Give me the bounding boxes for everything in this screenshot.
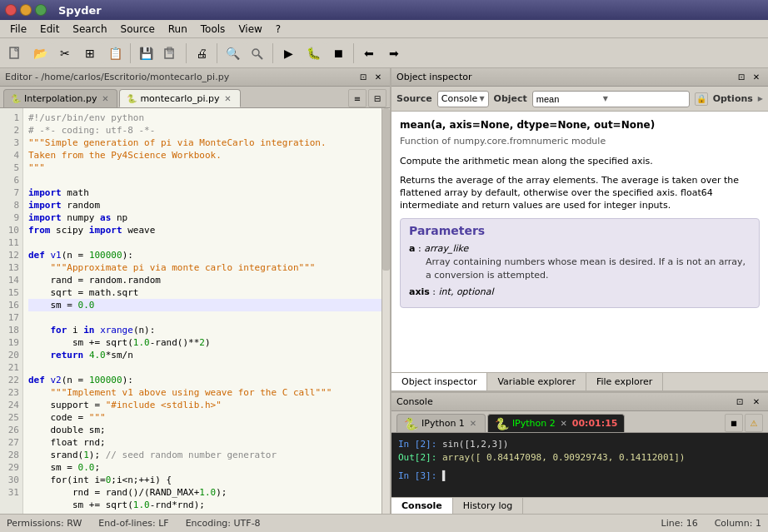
oi-lock-button[interactable]: 🔒 [695, 92, 708, 106]
status-column: Column: 1 [715, 518, 761, 529]
oi-tab-object-inspector[interactable]: Object inspector [391, 373, 487, 390]
console-warning-button[interactable]: ⚠ [745, 414, 763, 432]
svg-rect-2 [167, 52, 173, 54]
console-close-button[interactable]: ✕ [750, 395, 763, 409]
tab-close-interpolation[interactable]: ✕ [100, 94, 110, 104]
tab-close-montecarlo[interactable]: ✕ [223, 93, 233, 103]
toolbar-find[interactable]: 🔍 [221, 42, 244, 65]
options-label[interactable]: Options [713, 93, 753, 104]
editor-header-buttons: ⊡ ✕ [357, 71, 385, 84]
editor-split-button[interactable]: ⊟ [368, 89, 386, 107]
toolbar-cut[interactable]: ✂ [53, 42, 77, 65]
tab-interpolation[interactable]: 🐍 Interpolation.py ✕ [3, 89, 117, 107]
status-eol: End-of-lines: LF [98, 518, 168, 529]
cbt-history-log[interactable]: History log [453, 498, 523, 514]
console-header-buttons: ⊡ ✕ [733, 395, 763, 409]
console-tab-ipython1[interactable]: 🐍 IPython 1 ✕ [396, 414, 486, 432]
oi-tab-variable-explorer[interactable]: Variable explorer [487, 373, 586, 390]
code-area[interactable]: ⚠ 1 2 3 4 5 6 7 8 910 1112131415 1617181… [0, 108, 390, 514]
menu-run[interactable]: Run [162, 22, 194, 37]
menu-help[interactable]: ? [269, 22, 287, 37]
tab-icon-montecarlo: 🐍 [127, 94, 137, 103]
oi-undock-button[interactable]: ⊡ [735, 71, 748, 84]
menu-edit[interactable]: Edit [33, 22, 66, 37]
description-1: Compute the arithmetic mean along the sp… [400, 155, 760, 167]
source-value: Console [441, 93, 478, 104]
param-axis: axis : int, optional [409, 286, 751, 299]
editor-close-button[interactable]: ✕ [372, 71, 385, 84]
console-tab-ipython2[interactable]: 🐍 IPython 2 ✕ 00:01:15 [487, 414, 626, 432]
cursor-blink[interactable]: ▌ [442, 470, 448, 481]
status-encoding: Encoding: UTF-8 [186, 518, 261, 529]
window-controls [5, 4, 47, 16]
toolbar-print[interactable]: 🖨 [190, 42, 213, 65]
ipython2-icon: 🐍 [495, 417, 509, 430]
output-1: array([ 0.84147098, 0.90929743, 0.141120… [442, 452, 685, 463]
editor-scrollbar[interactable] [382, 108, 390, 514]
status-line: Line: 16 [661, 518, 698, 529]
ipython2-close[interactable]: ✕ [559, 419, 569, 429]
ipython1-icon: 🐍 [404, 417, 418, 430]
status-permissions: Permissions: RW [7, 518, 82, 529]
oi-tab-bar: Object inspector Variable explorer File … [391, 372, 768, 391]
params-title: Parameters [409, 224, 751, 237]
toolbar-stop[interactable]: ⏹ [327, 42, 350, 65]
toolbar-debug[interactable]: 🐛 [302, 42, 325, 65]
toolbar-copy[interactable]: ⊞ [78, 42, 102, 65]
titlebar: Spyder [0, 0, 768, 20]
menu-tools[interactable]: Tools [194, 22, 232, 37]
editor-scrollbar-thumb[interactable] [382, 108, 390, 271]
object-inspector-content: mean(a, axis=None, dtype=None, out=None)… [391, 112, 768, 372]
oi-tab-file-explorer[interactable]: File explorer [586, 373, 663, 390]
menu-view[interactable]: View [232, 22, 268, 37]
right-panel: Object inspector ⊡ ✕ Source Console ▼ Ob… [391, 68, 768, 514]
toolbar-new-file[interactable] [3, 42, 27, 65]
toolbar-save[interactable]: 💾 [134, 42, 157, 65]
toolbar-run[interactable]: ▶ [277, 42, 300, 65]
params-box: Parameters a : array_like Array containi… [400, 218, 760, 308]
object-inspector-toolbar: Source Console ▼ Object ▼ 🔒 Options ▶ [391, 87, 768, 112]
input-1: sin([1,2,3]) [442, 439, 508, 450]
menu-source[interactable]: Source [114, 22, 162, 37]
console-line-3: In [3]: ▌ [398, 470, 761, 483]
console-content[interactable]: In [2]: sin([1,2,3]) Out[2]: array([ 0.8… [391, 433, 768, 497]
editor-header: Editor - /home/carlos/Escritorio/monteca… [0, 68, 390, 87]
editor-undock-button[interactable]: ⊡ [357, 71, 370, 84]
source-dropdown[interactable]: Console ▼ [437, 91, 489, 107]
console-undock-button[interactable]: ⊡ [733, 395, 746, 409]
options-arrow[interactable]: ▶ [758, 95, 763, 102]
console-header: Console ⊡ ✕ [391, 393, 768, 411]
object-inspector-title: Object inspector [396, 72, 471, 82]
object-input-field[interactable] [536, 94, 603, 104]
close-button[interactable] [5, 4, 17, 16]
menu-search[interactable]: Search [66, 22, 113, 37]
source-dropdown-arrow: ▼ [479, 95, 484, 102]
toolbar-find-replace[interactable] [246, 42, 269, 65]
param-axis-name: axis [409, 286, 430, 297]
oi-close-button[interactable]: ✕ [750, 71, 763, 84]
ipython1-close[interactable]: ✕ [468, 419, 478, 429]
source-label: Source [396, 93, 432, 104]
toolbar-save-all[interactable] [159, 42, 182, 65]
param-a-name: a [409, 243, 415, 254]
toolbar-sep-4 [272, 43, 273, 63]
console-interrupt-button[interactable]: ⏹ [725, 414, 743, 432]
output-prefix-1: Out[2]: [398, 452, 436, 463]
tab-montecarlo[interactable]: 🐍 montecarlo_pi.py ✕ [119, 89, 240, 107]
main-content: Editor - /home/carlos/Escritorio/monteca… [0, 68, 768, 514]
toolbar-next[interactable]: ➡ [382, 42, 406, 65]
cbt-console[interactable]: Console [391, 498, 453, 514]
minimize-button[interactable] [20, 4, 32, 16]
toolbar-prev[interactable]: ⬅ [357, 42, 381, 65]
editor-options-button[interactable]: ≡ [348, 89, 367, 107]
object-input[interactable]: ▼ [532, 91, 690, 107]
code-text[interactable]: #!/usr/bin/env python # -*- coding: utf-… [23, 108, 390, 514]
maximize-button[interactable] [35, 4, 47, 16]
svg-line-5 [258, 55, 262, 59]
description-2: Returns the average of the array element… [400, 174, 760, 211]
toolbar-open[interactable]: 📂 [28, 42, 52, 65]
toolbar-paste[interactable]: 📋 [103, 42, 127, 65]
editor-tab-bar: 🐍 Interpolation.py ✕ 🐍 montecarlo_pi.py … [0, 87, 390, 108]
menu-file[interactable]: File [3, 22, 33, 37]
object-inspector-header: Object inspector ⊡ ✕ [391, 68, 768, 87]
